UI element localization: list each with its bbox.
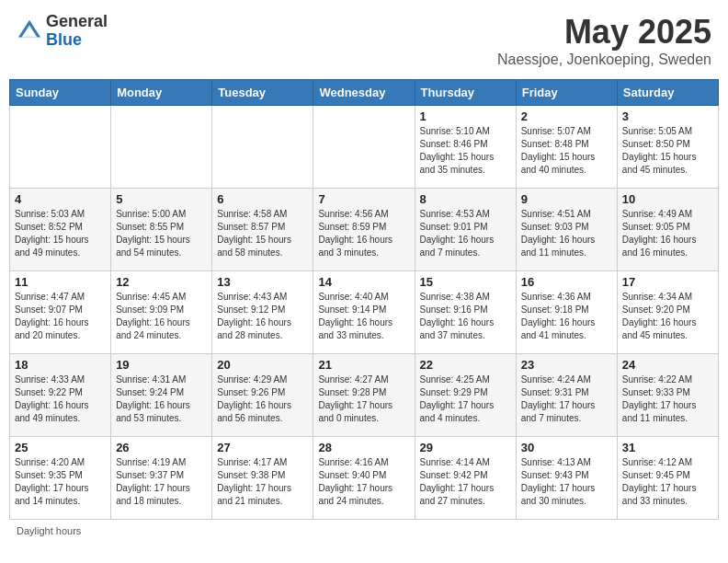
calendar-cell <box>313 106 415 189</box>
calendar-header: SundayMondayTuesdayWednesdayThursdayFrid… <box>10 80 719 106</box>
day-number: 24 <box>622 358 713 372</box>
day-number: 9 <box>521 192 612 206</box>
calendar-cell: 7Sunrise: 4:56 AM Sunset: 8:59 PM Daylig… <box>313 189 415 271</box>
calendar-week: 18Sunrise: 4:33 AM Sunset: 9:22 PM Dayli… <box>10 354 719 437</box>
day-number: 5 <box>116 192 207 206</box>
calendar-cell: 12Sunrise: 4:45 AM Sunset: 9:09 PM Dayli… <box>111 271 212 354</box>
day-number: 30 <box>521 441 612 454</box>
day-info: Sunrise: 4:47 AM Sunset: 9:07 PM Dayligh… <box>15 291 106 342</box>
main-title: May 2025 <box>497 13 711 52</box>
day-number: 11 <box>15 275 106 289</box>
calendar-body: 1Sunrise: 5:10 AM Sunset: 8:46 PM Daylig… <box>10 106 719 520</box>
calendar-cell: 20Sunrise: 4:29 AM Sunset: 9:26 PM Dayli… <box>212 354 313 437</box>
calendar-cell: 18Sunrise: 4:33 AM Sunset: 9:22 PM Dayli… <box>10 354 111 437</box>
calendar-cell: 24Sunrise: 4:22 AM Sunset: 9:33 PM Dayli… <box>617 354 718 437</box>
day-number: 14 <box>318 275 409 289</box>
logo-text: General Blue <box>46 13 108 50</box>
day-number: 17 <box>622 275 713 289</box>
weekday-header: Friday <box>516 80 617 106</box>
weekday-header: Saturday <box>617 80 718 106</box>
day-info: Sunrise: 4:29 AM Sunset: 9:26 PM Dayligh… <box>217 373 308 425</box>
weekday-header: Wednesday <box>313 80 415 106</box>
day-info: Sunrise: 4:27 AM Sunset: 9:28 PM Dayligh… <box>318 373 409 425</box>
day-number: 10 <box>622 192 713 206</box>
day-info: Sunrise: 4:13 AM Sunset: 9:43 PM Dayligh… <box>521 456 612 508</box>
weekday-row: SundayMondayTuesdayWednesdayThursdayFrid… <box>10 80 719 106</box>
day-number: 26 <box>116 441 207 454</box>
calendar-cell <box>10 106 111 189</box>
day-info: Sunrise: 5:05 AM Sunset: 8:50 PM Dayligh… <box>622 125 713 177</box>
logo-general: General <box>46 13 108 31</box>
logo: General Blue <box>17 13 108 50</box>
calendar-cell: 5Sunrise: 5:00 AM Sunset: 8:55 PM Daylig… <box>111 189 212 271</box>
calendar-cell: 27Sunrise: 4:17 AM Sunset: 9:38 PM Dayli… <box>212 437 313 520</box>
day-info: Sunrise: 5:10 AM Sunset: 8:46 PM Dayligh… <box>420 125 511 177</box>
calendar-cell: 4Sunrise: 5:03 AM Sunset: 8:52 PM Daylig… <box>10 189 111 271</box>
day-info: Sunrise: 4:56 AM Sunset: 8:59 PM Dayligh… <box>318 208 409 259</box>
footer: Daylight hours <box>9 525 719 536</box>
day-number: 1 <box>420 109 511 123</box>
title-block: May 2025 Naessjoe, Joenkoeping, Sweden <box>497 13 711 68</box>
day-info: Sunrise: 4:38 AM Sunset: 9:16 PM Dayligh… <box>420 291 511 342</box>
calendar-week: 11Sunrise: 4:47 AM Sunset: 9:07 PM Dayli… <box>10 271 719 354</box>
calendar-cell: 21Sunrise: 4:27 AM Sunset: 9:28 PM Dayli… <box>313 354 415 437</box>
calendar-cell: 9Sunrise: 4:51 AM Sunset: 9:03 PM Daylig… <box>516 189 617 271</box>
day-number: 7 <box>318 192 409 206</box>
calendar-cell: 11Sunrise: 4:47 AM Sunset: 9:07 PM Dayli… <box>10 271 111 354</box>
calendar-cell: 19Sunrise: 4:31 AM Sunset: 9:24 PM Dayli… <box>111 354 212 437</box>
calendar-week: 1Sunrise: 5:10 AM Sunset: 8:46 PM Daylig… <box>10 106 719 189</box>
calendar-cell: 17Sunrise: 4:34 AM Sunset: 9:20 PM Dayli… <box>617 271 718 354</box>
day-info: Sunrise: 4:31 AM Sunset: 9:24 PM Dayligh… <box>116 373 207 425</box>
weekday-header: Thursday <box>415 80 516 106</box>
calendar-cell: 8Sunrise: 4:53 AM Sunset: 9:01 PM Daylig… <box>415 189 516 271</box>
weekday-header: Sunday <box>10 80 111 106</box>
day-number: 20 <box>217 358 308 372</box>
day-info: Sunrise: 4:12 AM Sunset: 9:45 PM Dayligh… <box>622 456 713 508</box>
day-info: Sunrise: 4:24 AM Sunset: 9:31 PM Dayligh… <box>521 373 612 425</box>
weekday-header: Tuesday <box>212 80 313 106</box>
calendar-week: 4Sunrise: 5:03 AM Sunset: 8:52 PM Daylig… <box>10 189 719 271</box>
calendar-cell: 28Sunrise: 4:16 AM Sunset: 9:40 PM Dayli… <box>313 437 415 520</box>
calendar-cell: 15Sunrise: 4:38 AM Sunset: 9:16 PM Dayli… <box>415 271 516 354</box>
daylight-label: Daylight hours <box>17 525 81 536</box>
day-number: 6 <box>217 192 308 206</box>
day-number: 16 <box>521 275 612 289</box>
day-info: Sunrise: 4:25 AM Sunset: 9:29 PM Dayligh… <box>420 373 511 425</box>
day-info: Sunrise: 4:20 AM Sunset: 9:35 PM Dayligh… <box>15 456 106 508</box>
day-number: 15 <box>420 275 511 289</box>
day-info: Sunrise: 4:22 AM Sunset: 9:33 PM Dayligh… <box>622 373 713 425</box>
day-number: 18 <box>15 358 106 372</box>
calendar-cell: 14Sunrise: 4:40 AM Sunset: 9:14 PM Dayli… <box>313 271 415 354</box>
day-info: Sunrise: 4:36 AM Sunset: 9:18 PM Dayligh… <box>521 291 612 342</box>
day-number: 29 <box>420 441 511 454</box>
day-info: Sunrise: 4:53 AM Sunset: 9:01 PM Dayligh… <box>420 208 511 259</box>
subtitle: Naessjoe, Joenkoeping, Sweden <box>497 52 711 68</box>
page-header: General Blue May 2025 Naessjoe, Joenkoep… <box>9 9 719 72</box>
calendar-week: 25Sunrise: 4:20 AM Sunset: 9:35 PM Dayli… <box>10 437 719 520</box>
calendar-cell: 13Sunrise: 4:43 AM Sunset: 9:12 PM Dayli… <box>212 271 313 354</box>
calendar-cell <box>212 106 313 189</box>
day-number: 22 <box>420 358 511 372</box>
day-number: 19 <box>116 358 207 372</box>
day-info: Sunrise: 4:34 AM Sunset: 9:20 PM Dayligh… <box>622 291 713 342</box>
day-info: Sunrise: 5:03 AM Sunset: 8:52 PM Dayligh… <box>15 208 106 259</box>
day-info: Sunrise: 4:14 AM Sunset: 9:42 PM Dayligh… <box>420 456 511 508</box>
calendar-cell: 1Sunrise: 5:10 AM Sunset: 8:46 PM Daylig… <box>415 106 516 189</box>
day-number: 25 <box>15 441 106 454</box>
calendar-cell: 31Sunrise: 4:12 AM Sunset: 9:45 PM Dayli… <box>617 437 718 520</box>
day-number: 31 <box>622 441 713 454</box>
day-info: Sunrise: 4:17 AM Sunset: 9:38 PM Dayligh… <box>217 456 308 508</box>
day-info: Sunrise: 4:45 AM Sunset: 9:09 PM Dayligh… <box>116 291 207 342</box>
day-info: Sunrise: 4:40 AM Sunset: 9:14 PM Dayligh… <box>318 291 409 342</box>
day-number: 8 <box>420 192 511 206</box>
day-info: Sunrise: 4:19 AM Sunset: 9:37 PM Dayligh… <box>116 456 207 508</box>
calendar-cell: 10Sunrise: 4:49 AM Sunset: 9:05 PM Dayli… <box>617 189 718 271</box>
calendar-cell: 2Sunrise: 5:07 AM Sunset: 8:48 PM Daylig… <box>516 106 617 189</box>
calendar-cell: 29Sunrise: 4:14 AM Sunset: 9:42 PM Dayli… <box>415 437 516 520</box>
day-number: 12 <box>116 275 207 289</box>
day-info: Sunrise: 4:51 AM Sunset: 9:03 PM Dayligh… <box>521 208 612 259</box>
day-number: 2 <box>521 109 612 123</box>
day-number: 28 <box>318 441 409 454</box>
day-number: 3 <box>622 109 713 123</box>
day-info: Sunrise: 4:58 AM Sunset: 8:57 PM Dayligh… <box>217 208 308 259</box>
